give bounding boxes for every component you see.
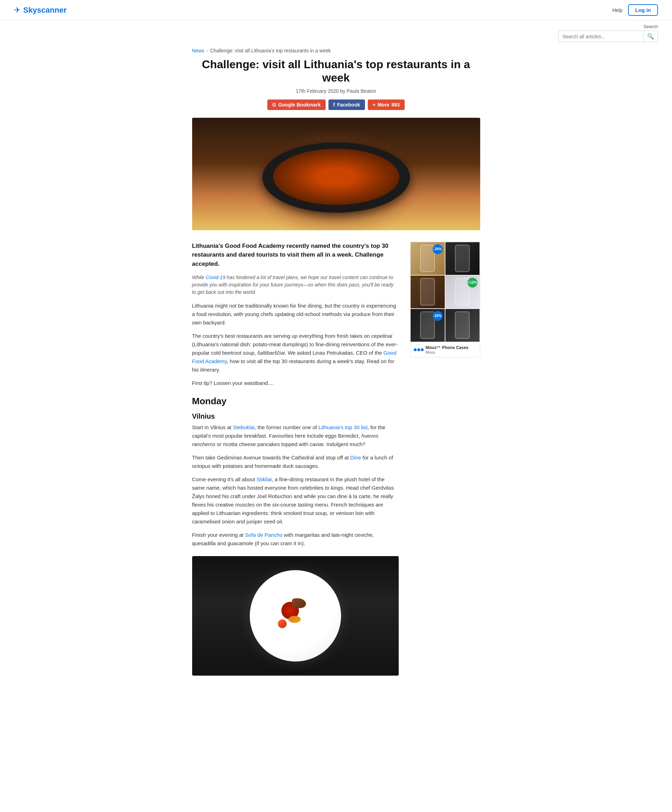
ad-footer: Mous™ Phone Cases Mous xyxy=(410,342,480,357)
article-image2 xyxy=(192,556,399,676)
ad-dot3 xyxy=(421,348,424,351)
monday-heading: Monday xyxy=(192,396,399,407)
hero-image-inner xyxy=(192,118,480,230)
login-button[interactable]: Log in xyxy=(628,4,658,16)
search-input-wrap: 🔍 xyxy=(558,31,658,42)
breadcrumb: News › Challenge: visit all Lithuania's … xyxy=(178,44,494,58)
ad-dot1 xyxy=(414,348,417,351)
plate-visual xyxy=(250,570,341,662)
share-buttons: G Google Bookmark f Facebook + More 893 xyxy=(192,99,480,110)
ad-phone-black2 xyxy=(455,311,470,339)
ad-dot2 xyxy=(417,348,420,351)
article-covid-note: While Covid-19 has hindered a lot of tra… xyxy=(192,274,399,296)
ad-info: Mous™ Phone Cases Mous xyxy=(426,345,469,354)
article-p7: Finish your evening at Sofa de Pancho wi… xyxy=(192,531,399,548)
search-icon: 🔍 xyxy=(647,33,654,39)
article-p1: Lithuania might not be traditionally kno… xyxy=(192,302,399,327)
site-name: Skyscanner xyxy=(23,6,67,15)
vilnius-heading: Vilnius xyxy=(192,412,399,420)
ad-cell-black2 xyxy=(445,309,480,342)
article-meta: 17th February 2020 by Paula Beaton xyxy=(192,88,480,94)
article-p4: Start in Vilnius at Stebuklai, the forme… xyxy=(192,423,399,449)
food-on-plate xyxy=(267,588,323,644)
facebook-icon: f xyxy=(333,102,335,107)
share-facebook-button[interactable]: f Facebook xyxy=(328,99,365,110)
ad-cell-black1: -28% xyxy=(410,309,445,342)
article-lead: Lithuania's Good Food Academy recently n… xyxy=(192,242,399,269)
sofa-de-pancho-link[interactable]: Sofa de Pancho xyxy=(245,532,282,538)
sidebar: -34% +12% -28% xyxy=(410,242,480,358)
ad-cell-clear: +12% xyxy=(445,275,480,309)
article-p5: Then take Gediminas Avenue towards the C… xyxy=(192,454,399,470)
search-bar: Search 🔍 xyxy=(558,24,658,42)
pan-food xyxy=(273,149,400,205)
skyscanner-logo-icon: ✈ xyxy=(14,6,20,15)
search-label: Search xyxy=(643,24,658,29)
search-bar-container: Search 🔍 xyxy=(0,20,672,44)
dine-link[interactable]: Dine xyxy=(350,454,361,461)
search-button[interactable]: 🔍 xyxy=(643,31,658,42)
article-title: Challenge: visit all Lithuania's top res… xyxy=(192,58,480,85)
article-p2: The country's best restaurants are servi… xyxy=(192,332,399,374)
hero-image xyxy=(192,118,480,230)
ad-logo xyxy=(414,348,424,351)
stikliai-link[interactable]: Stikliai xyxy=(257,476,272,482)
ad-seller: Mous xyxy=(426,350,469,354)
more-count: 893 xyxy=(391,102,400,107)
lithuanias-top30-link[interactable]: Lithuania's top 30 list xyxy=(318,424,367,430)
covid19-link[interactable]: Covid-19 xyxy=(206,275,225,280)
help-link[interactable]: Help xyxy=(612,7,623,13)
search-input[interactable] xyxy=(559,32,643,41)
good-food-academy-link[interactable]: Good Food Academy xyxy=(192,350,396,364)
food-item2 xyxy=(292,598,306,608)
share-more-button[interactable]: + More 893 xyxy=(368,99,405,110)
more-label: More xyxy=(378,102,389,107)
article-p6: Come evening it's all about Stikliai, a … xyxy=(192,475,399,526)
site-header: ✈ Skyscanner Help Log in xyxy=(0,0,672,20)
article-body: Lithuania's Good Food Academy recently n… xyxy=(192,242,399,676)
share-google-button[interactable]: G Google Bookmark xyxy=(267,99,325,110)
ad-cell-wood: -34% xyxy=(410,242,445,275)
ad-cell-darkwood xyxy=(410,275,445,309)
ad-badge-3: -28% xyxy=(433,311,442,321)
ad-product-name: Mous™ Phone Cases xyxy=(426,345,469,350)
article-p3: First tip? Loosen your waistband.... xyxy=(192,379,399,387)
google-label: Google Bookmark xyxy=(278,102,321,107)
facebook-label: Facebook xyxy=(337,102,360,107)
main-content: Challenge: visit all Lithuania's top res… xyxy=(178,58,494,697)
google-icon: G xyxy=(272,102,276,107)
header-right: Help Log in xyxy=(612,4,658,16)
ad-cell-carbon xyxy=(445,242,480,275)
food-item4 xyxy=(278,619,287,628)
ad-phone-darkwood xyxy=(420,278,435,305)
plus-icon: + xyxy=(373,102,376,107)
breadcrumb-current: Challenge: visit all Lithuania's top res… xyxy=(210,48,331,53)
ad-badge-1: -34% xyxy=(433,244,442,254)
breadcrumb-home[interactable]: News xyxy=(192,48,204,53)
breadcrumb-chevron: › xyxy=(207,48,208,53)
stebuklai-link[interactable]: Stebuklai xyxy=(233,424,255,430)
ad-badge-2: +12% xyxy=(468,278,477,288)
food-item3 xyxy=(288,616,301,623)
two-col-layout: Lithuania's Good Food Academy recently n… xyxy=(192,242,480,676)
logo[interactable]: ✈ Skyscanner xyxy=(14,6,67,15)
ad-grid: -34% +12% -28% xyxy=(410,242,480,342)
ad-phone-carbon xyxy=(455,245,470,272)
ad-box[interactable]: -34% +12% -28% xyxy=(410,242,480,358)
